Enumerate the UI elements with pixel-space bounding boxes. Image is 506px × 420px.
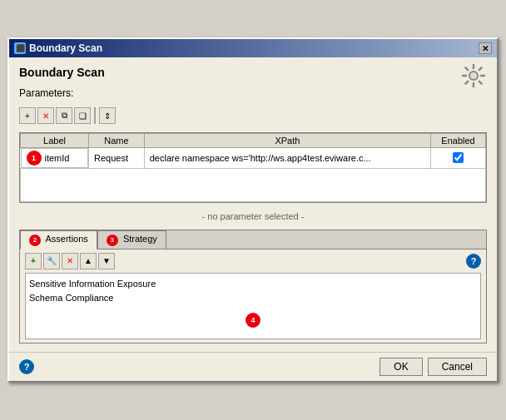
gear-icon[interactable] — [460, 62, 487, 91]
tab-strategy[interactable]: 3 Strategy — [97, 230, 166, 249]
dialog-footer: ? OK Cancel — [9, 352, 497, 381]
list-item[interactable]: Sensitive Information Exposure — [29, 277, 477, 292]
dialog-icon: ⬛ — [14, 42, 26, 54]
row-enabled-cell — [431, 148, 486, 169]
list-item[interactable]: Schema Compliance — [29, 291, 477, 306]
row-badge-1: 1 — [27, 151, 42, 166]
move-up-assertion-button[interactable]: ▲ — [80, 253, 97, 269]
title-bar-text: Boundary Scan — [29, 42, 102, 54]
table-row: 1 itemId Request declare namespace ws='h… — [21, 148, 486, 169]
parameters-table-container: Label Name XPath Enabled 1 itemId Reques… — [19, 132, 487, 203]
no-param-text: - no parameter selected - — [19, 208, 487, 225]
add-assertion-button[interactable]: + — [25, 253, 42, 269]
remove-param-button[interactable]: ✕ — [37, 107, 54, 124]
badge-4: 4 — [246, 313, 260, 328]
tab-assertions[interactable]: 2 Assertions — [20, 230, 97, 250]
table-header-row: Label Name XPath Enabled — [21, 134, 486, 148]
toolbar-separator — [94, 107, 96, 124]
title-bar-left: ⬛ Boundary Scan — [14, 42, 102, 54]
svg-point-0 — [469, 72, 478, 80]
parameters-label: Parameters: — [19, 87, 487, 99]
row-enabled-checkbox[interactable] — [453, 152, 464, 163]
footer-help-button[interactable]: ? — [19, 359, 34, 374]
assertions-list: Sensitive Information Exposure Schema Co… — [25, 273, 481, 339]
row-xpath-cell: declare namespace ws='http://ws.app4test… — [144, 148, 430, 169]
marker-4-area: 4 — [29, 306, 477, 334]
col-name: Name — [89, 134, 145, 148]
empty-cell — [21, 169, 486, 202]
row-label-value: itemId — [45, 153, 70, 163]
tab-assertions-badge: 2 — [29, 235, 41, 246]
row-label-cell: 1 itemId — [21, 148, 89, 168]
row-name-cell: Request — [89, 148, 145, 169]
close-button[interactable]: ✕ — [479, 42, 492, 54]
col-enabled: Enabled — [431, 134, 486, 148]
parameters-table: Label Name XPath Enabled 1 itemId Reques… — [20, 133, 486, 202]
boundary-scan-dialog: ⬛ Boundary Scan ✕ Boundary Scan Paramete… — [7, 37, 499, 383]
add-param-button[interactable]: + — [19, 107, 36, 124]
assertions-toolbar: + 🔧 ✕ ▲ ▼ ? — [25, 253, 481, 269]
config-assertion-button[interactable]: 🔧 — [43, 253, 60, 269]
parameters-toolbar: + ✕ ⧉ ❑ ⇕ — [19, 107, 487, 124]
footer-buttons: OK Cancel — [380, 358, 487, 376]
header-section: Boundary Scan — [19, 66, 487, 82]
table-empty-row — [21, 169, 486, 202]
dialog-header-title: Boundary Scan — [19, 66, 105, 79]
title-bar: ⬛ Boundary Scan ✕ — [9, 39, 497, 57]
tab-strategy-label: Strategy — [123, 234, 157, 244]
cancel-button[interactable]: Cancel — [428, 358, 487, 376]
tab-assertions-label: Assertions — [45, 234, 87, 244]
move-param-button[interactable]: ⇕ — [99, 107, 116, 124]
tabs-header: 2 Assertions 3 Strategy — [20, 230, 486, 250]
tabs-section: 2 Assertions 3 Strategy + 🔧 ✕ ▲ ▼ — [19, 230, 487, 343]
assertions-toolbar-left: + 🔧 ✕ ▲ ▼ — [25, 253, 115, 269]
copy-param-button[interactable]: ⧉ — [56, 107, 72, 124]
tab-strategy-badge: 3 — [107, 235, 118, 246]
remove-assertion-button[interactable]: ✕ — [62, 253, 78, 269]
ok-button[interactable]: OK — [380, 358, 422, 376]
paste-param-button[interactable]: ❑ — [74, 107, 91, 124]
dialog-content: Boundary Scan Parameters: + ✕ ⧉ ❑ ⇕ — [9, 57, 497, 352]
move-down-assertion-button[interactable]: ▼ — [98, 253, 115, 269]
col-xpath: XPath — [144, 134, 430, 148]
tab-assertions-content: + 🔧 ✕ ▲ ▼ ? Sensitive Information Exposu… — [20, 250, 486, 343]
assertions-help-button[interactable]: ? — [466, 254, 481, 269]
col-label: Label — [21, 134, 89, 148]
